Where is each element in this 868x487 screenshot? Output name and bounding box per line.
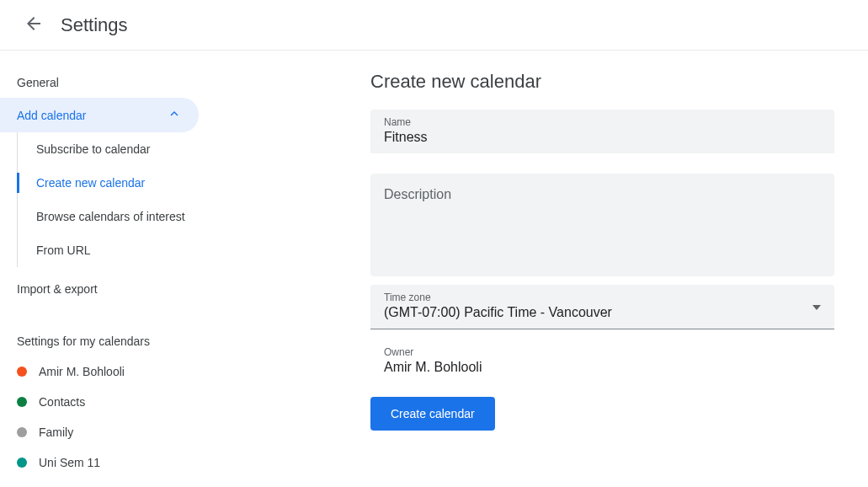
sidebar-item-import-export[interactable]: Import & export bbox=[0, 274, 219, 304]
sidebar-item-label: Import & export bbox=[17, 282, 98, 296]
back-button[interactable] bbox=[17, 8, 51, 42]
owner-value: Amir M. Bohlooli bbox=[384, 360, 821, 375]
calendar-color-dot bbox=[17, 427, 27, 437]
timezone-dropdown[interactable]: Time zone (GMT-07:00) Pacific Time - Van… bbox=[370, 285, 834, 329]
sidebar-item-browse[interactable]: Browse calendars of interest bbox=[18, 200, 219, 233]
sidebar-item-label: Subscribe to calendar bbox=[36, 142, 150, 156]
header-title: Settings bbox=[61, 14, 128, 36]
description-field-container[interactable]: Description bbox=[370, 174, 834, 276]
calendar-color-dot bbox=[17, 458, 27, 468]
sidebar-item-label: Create new calendar bbox=[36, 176, 145, 190]
calendar-item-label: Amir M. Bohlooli bbox=[39, 365, 125, 378]
header: Settings bbox=[0, 0, 868, 51]
calendar-color-dot bbox=[17, 397, 27, 407]
calendar-item-label: Contacts bbox=[39, 395, 85, 409]
calendar-item[interactable]: Uni Sem 11 bbox=[0, 447, 219, 478]
main-content: Create new calendar Name Description Tim… bbox=[337, 51, 868, 487]
arrow-left-icon bbox=[24, 13, 44, 37]
sidebar-item-add-calendar[interactable]: Add calendar bbox=[0, 98, 199, 132]
sidebar: General Add calendar Subscribe to calend… bbox=[0, 51, 219, 487]
timezone-label: Time zone bbox=[384, 292, 812, 303]
calendar-color-dot bbox=[17, 367, 27, 377]
description-label: Description bbox=[384, 187, 821, 202]
sidebar-item-label: Browse calendars of interest bbox=[36, 210, 185, 223]
calendar-item[interactable]: Contacts bbox=[0, 387, 219, 417]
name-label: Name bbox=[384, 116, 821, 128]
sidebar-item-general[interactable]: General bbox=[0, 67, 219, 98]
sidebar-item-label: General bbox=[17, 76, 59, 89]
sidebar-item-subscribe[interactable]: Subscribe to calendar bbox=[18, 132, 219, 166]
calendar-item-label: Uni Sem 11 bbox=[39, 456, 100, 469]
sidebar-item-from-url[interactable]: From URL bbox=[18, 233, 219, 267]
owner-container: Owner Amir M. Bohlooli bbox=[370, 343, 834, 383]
create-calendar-button[interactable]: Create calendar bbox=[370, 397, 495, 431]
sidebar-item-create-new[interactable]: Create new calendar bbox=[18, 166, 219, 200]
dropdown-icon bbox=[812, 298, 821, 313]
calendar-item[interactable]: Family bbox=[0, 417, 219, 447]
owner-label: Owner bbox=[384, 346, 821, 358]
timezone-value: (GMT-07:00) Pacific Time - Vancouver bbox=[384, 305, 812, 320]
sidebar-item-label: Add calendar bbox=[17, 109, 87, 122]
name-input[interactable] bbox=[384, 130, 821, 145]
sidebar-sub-items: Subscribe to calendar Create new calenda… bbox=[17, 132, 219, 267]
calendar-item[interactable]: Amir M. Bohlooli bbox=[0, 356, 219, 387]
calendar-item-label: Family bbox=[39, 425, 73, 439]
sidebar-item-label: From URL bbox=[36, 244, 91, 257]
page-title: Create new calendar bbox=[370, 71, 834, 93]
chevron-up-icon bbox=[167, 106, 182, 124]
name-field-container[interactable]: Name bbox=[370, 110, 834, 153]
my-calendars-title: Settings for my calendars bbox=[0, 318, 219, 356]
